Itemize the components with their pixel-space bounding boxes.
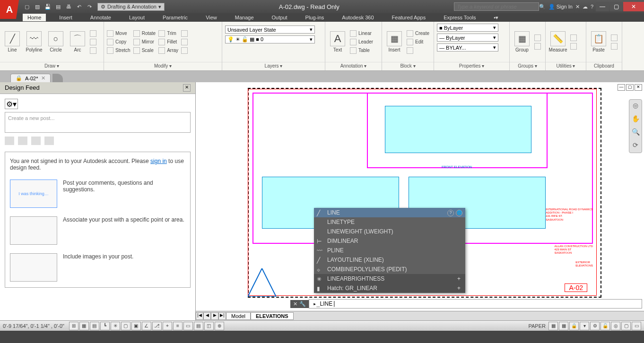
sb-ann-scale-icon[interactable]: 🔒 <box>569 322 579 330</box>
signin-link[interactable]: sign in <box>150 158 167 164</box>
workspace-dropdown[interactable]: ⚙ Drafting & Annotation ▾ <box>97 3 165 11</box>
lt-last-icon[interactable]: ▶| <box>218 312 226 320</box>
sb-polar-icon[interactable]: ✳ <box>111 322 120 330</box>
tab-manage[interactable]: Manage <box>230 14 259 21</box>
tab-autodesk360[interactable]: Autodesk 360 <box>337 14 378 21</box>
tab-output[interactable]: Output <box>267 14 292 21</box>
open-icon[interactable]: ▨ <box>33 2 42 11</box>
nav-pan-icon[interactable]: ✋ <box>631 115 640 124</box>
sb-tpy-icon[interactable]: ▭ <box>183 322 193 330</box>
close-button[interactable]: ✕ <box>623 2 644 11</box>
sb-snap-icon[interactable]: ▦ <box>79 322 89 330</box>
ac-item[interactable]: ✳LINEARBRIGHTNESS+ <box>314 274 465 283</box>
sb-scale-icon[interactable]: ▾ <box>580 322 589 330</box>
undo-icon[interactable]: ↶ <box>75 2 83 11</box>
sb-3dosnap-icon[interactable]: ▣ <box>131 322 141 330</box>
group-button[interactable]: ▦Group <box>513 31 531 52</box>
new-icon[interactable]: ▢ <box>23 2 31 11</box>
help-icon[interactable]: ? <box>591 4 593 9</box>
sb-otrack-icon[interactable]: ∠ <box>142 322 151 330</box>
paste-button[interactable]: 📋Paste <box>589 31 608 52</box>
ac-item[interactable]: 〰PLINE <box>314 246 465 255</box>
paper-toggle[interactable]: PAPER <box>529 323 546 329</box>
panel-utilities-title[interactable]: Utilities ▾ <box>546 62 586 70</box>
close-tab-icon[interactable]: ✕ <box>41 75 45 81</box>
tab-express[interactable]: Express Tools <box>439 14 480 21</box>
df-select-icon[interactable] <box>5 137 14 145</box>
new-tab-button[interactable] <box>52 74 63 82</box>
design-feed-settings-icon[interactable]: ⚙▾ <box>5 99 18 109</box>
sb-toolbar-icon[interactable]: 🔓 <box>600 322 610 330</box>
nav-wheel-icon[interactable]: ◎ <box>631 102 640 111</box>
nav-orbit-icon[interactable]: ⟳ <box>631 141 640 151</box>
polyline-button[interactable]: 〰Polyline <box>25 31 44 52</box>
lt-next-icon[interactable]: ▶ <box>211 312 218 320</box>
table-button[interactable]: Table <box>350 47 373 54</box>
vp-min-icon[interactable]: — <box>618 84 625 91</box>
df-pin-icon[interactable] <box>18 137 27 145</box>
tab-home[interactable]: Home <box>23 14 46 21</box>
ac-item[interactable]: ▮Hatch: GR_LINEAR+ <box>314 283 465 293</box>
ac-globe-icon[interactable]: 🌐 <box>456 210 462 216</box>
design-feed-close-icon[interactable]: ✕ <box>183 84 191 92</box>
leader-button[interactable]: Leader <box>350 39 373 45</box>
ac-item[interactable]: ⟐COMBINEPOLYLINES (PEDIT) <box>314 265 465 274</box>
lt-first-icon[interactable]: |◀ <box>196 312 203 320</box>
sb-ducs-icon[interactable]: ⎇ <box>152 322 162 330</box>
panel-block-title[interactable]: Block ▾ <box>382 62 434 70</box>
search-submit-icon[interactable]: 🔍 <box>539 4 546 10</box>
sb-lwt-icon[interactable]: ≡ <box>173 322 183 330</box>
ac-item[interactable]: ⊢DIMLINEAR <box>314 236 465 246</box>
color-dropdown[interactable]: ■ ByLayer▾ <box>437 24 498 32</box>
stretch-button[interactable]: Stretch <box>107 47 131 54</box>
file-tab-active[interactable]: 🔒A-02*✕ <box>10 74 51 82</box>
ac-item[interactable]: ╱LINE?🌐 <box>314 208 465 217</box>
sb-qp-icon[interactable]: ▤ <box>194 322 203 330</box>
insert-button[interactable]: ▦Insert <box>385 31 404 52</box>
layer-state-dropdown[interactable]: Unsaved Layer State▾ <box>225 26 315 34</box>
text-button[interactable]: AText <box>328 31 347 52</box>
panel-layers-title[interactable]: Layers ▾ <box>222 62 325 70</box>
nav-zoom-icon[interactable]: 🔍 <box>631 128 640 137</box>
lt-prev-icon[interactable]: ◀ <box>203 312 211 320</box>
sb-dyn-icon[interactable]: + <box>163 322 172 330</box>
infocenter-search[interactable] <box>454 2 539 11</box>
panel-groups-title[interactable]: Groups ▾ <box>510 62 545 70</box>
cmd-config-icon[interactable]: 🔧 <box>299 301 306 307</box>
exchange-icon[interactable]: ✕ <box>575 4 580 10</box>
sb-am-icon[interactable]: ⊕ <box>215 322 224 330</box>
new-post-input[interactable]: Create a new post... <box>5 112 191 133</box>
fillet-button[interactable]: Fillet <box>158 39 178 45</box>
vp-close-icon[interactable]: ✕ <box>635 84 642 91</box>
tab-insert[interactable]: Insert <box>54 14 77 21</box>
app-menu-icon[interactable]: A <box>0 0 19 19</box>
df-image-icon[interactable] <box>44 137 54 145</box>
sb-sc-icon[interactable]: ◫ <box>204 322 214 330</box>
sb-osnap-icon[interactable]: ▢ <box>121 322 131 330</box>
sb-ortho-icon[interactable]: ┗ <box>100 322 110 330</box>
ac-item[interactable]: ╱LAYOUTLINE (XLINE) <box>314 255 465 265</box>
command-input[interactable]: ▸_ LINE| <box>309 299 642 309</box>
arc-button[interactable]: ⌒Arc <box>68 31 87 52</box>
save-icon[interactable]: 💾 <box>44 2 52 11</box>
block-edit-button[interactable]: Edit <box>407 39 429 45</box>
array-button[interactable]: Array <box>158 47 178 54</box>
line-button[interactable]: ╱Line <box>3 31 22 52</box>
measure-button[interactable]: 📏Measure <box>548 31 567 52</box>
cloud-icon[interactable]: ☁ <box>583 4 588 10</box>
minimize-button[interactable]: — <box>596 2 609 11</box>
lineweight-dropdown[interactable]: — BYLAY...▾ <box>437 43 498 51</box>
ac-item[interactable]: LINEWEIGHT (LWEIGHT) <box>314 227 465 236</box>
rotate-button[interactable]: Rotate <box>133 30 156 37</box>
scale-button[interactable]: Scale <box>133 47 156 54</box>
tab-layout[interactable]: Layout <box>124 14 149 21</box>
move-button[interactable]: Move <box>107 30 131 37</box>
ac-help-icon[interactable]: ? <box>447 210 454 216</box>
layout-tab-model[interactable]: Model <box>226 312 251 320</box>
panel-draw-title[interactable]: Draw ▾ <box>0 62 104 70</box>
panel-modify-title[interactable]: Modify ▾ <box>104 62 222 70</box>
tab-view[interactable]: View <box>201 14 222 21</box>
sb-infer-icon[interactable]: ⊞ <box>69 322 78 330</box>
sb-qv-icon[interactable]: ▦ <box>548 322 558 330</box>
layer-dropdown[interactable]: 💡 ☀ 🔓 ▦ ■ 0▾ <box>225 35 315 43</box>
